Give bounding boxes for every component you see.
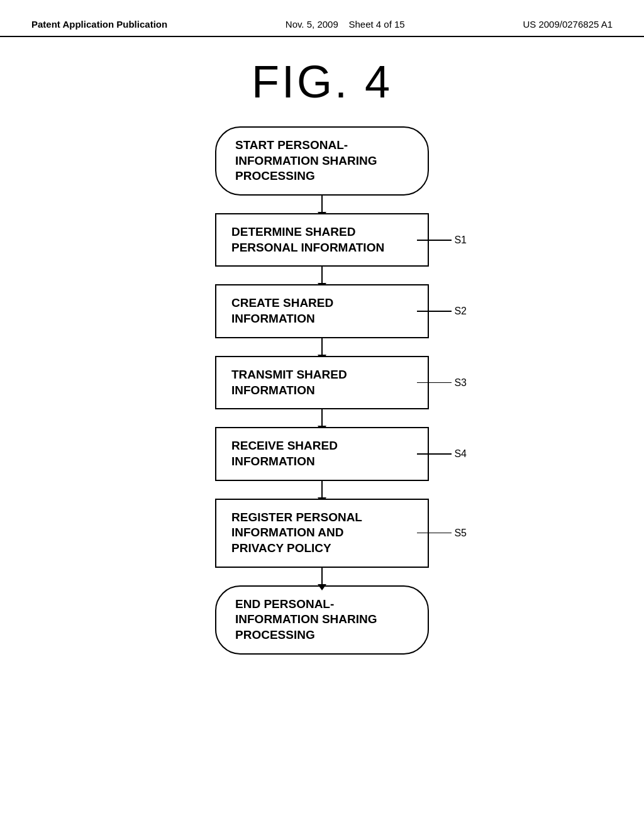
s5-label: S5 [417, 528, 467, 539]
s2-label: S2 [417, 306, 467, 317]
step-s2-box: CREATE SHARED INFORMATION [215, 284, 429, 338]
step-s5-row: REGISTER PERSONAL INFORMATION AND PRIVAC… [165, 499, 479, 568]
arrow-4 [321, 481, 323, 499]
step-s4-box: RECEIVE SHARED INFORMATION [215, 427, 429, 480]
patent-number-label: US 2009/0276825 A1 [523, 18, 613, 31]
arrow-5 [321, 568, 323, 585]
step-s3-row: TRANSMIT SHARED INFORMATION S3 [165, 356, 479, 409]
step-s1-row: DETERMINE SHARED PERSONAL INFORMATION S1 [165, 213, 479, 267]
arrow-0 [321, 196, 323, 213]
figure-title: FIG. 4 [0, 56, 644, 108]
arrow-1 [321, 267, 323, 284]
s1-label: S1 [417, 235, 467, 246]
arrow-3 [321, 409, 323, 427]
step-s3-box: TRANSMIT SHARED INFORMATION [215, 356, 429, 409]
step-s5-box: REGISTER PERSONAL INFORMATION AND PRIVAC… [215, 499, 429, 568]
s3-label: S3 [417, 377, 467, 389]
page-header: Patent Application Publication Nov. 5, 2… [0, 0, 644, 37]
flowchart: START PERSONAL- INFORMATION SHARING PROC… [0, 126, 644, 655]
step-s1-box: DETERMINE SHARED PERSONAL INFORMATION [215, 213, 429, 267]
s4-label: S4 [417, 448, 467, 460]
date-sheet-label: Nov. 5, 2009 Sheet 4 of 15 [286, 18, 405, 31]
arrow-2 [321, 338, 323, 356]
end-box: END PERSONAL- INFORMATION SHARING PROCES… [215, 585, 429, 655]
step-s4-row: RECEIVE SHARED INFORMATION S4 [165, 427, 479, 480]
step-s2-row: CREATE SHARED INFORMATION S2 [165, 284, 479, 338]
start-box: START PERSONAL- INFORMATION SHARING PROC… [215, 126, 429, 196]
publication-label: Patent Application Publication [31, 18, 167, 31]
